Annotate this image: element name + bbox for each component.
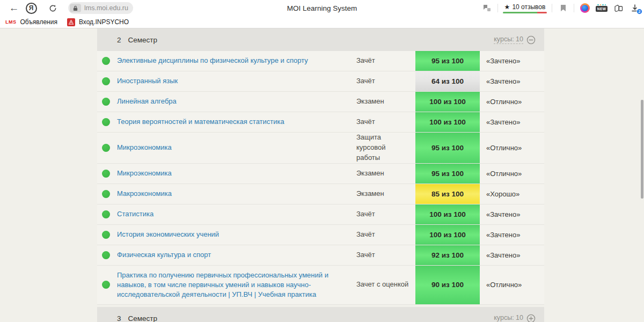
bookmark-item-announcements[interactable]: LMS Объявления <box>5 18 57 26</box>
course-name-cell: Физическая культура и спорт <box>117 245 356 265</box>
grade-cell: «Зачтено» <box>480 51 544 71</box>
status-cell <box>97 164 117 184</box>
ssl-lock-icon[interactable] <box>70 4 81 12</box>
status-dot-icon <box>102 251 110 259</box>
table-row: Практика по получению первичных професси… <box>97 266 544 305</box>
grade-cell: «Отлично» <box>480 133 544 163</box>
courses-count-label: курсы: 10 <box>494 35 523 44</box>
status-dot-icon <box>102 231 110 239</box>
status-dot-icon <box>102 77 110 85</box>
score-cell: 100 из 100 <box>415 112 480 132</box>
semester-3-header: 3 Семестр курсы: 10 <box>97 307 544 322</box>
star-icon: ★ <box>504 3 510 11</box>
course-link[interactable]: Теория вероятностей и математическая ста… <box>117 117 284 127</box>
grade-cell: «Зачтено» <box>480 71 544 91</box>
grade-cell: «Зачтено» <box>480 225 544 245</box>
lms-favicon: LMS <box>5 19 17 25</box>
grade-cell: «Отлично» <box>480 92 544 112</box>
downloads-button[interactable]: 2 <box>629 2 641 14</box>
status-dot-icon <box>102 98 110 106</box>
table-row: Микроэкономика Экзамен 95 из 100 «Отличн… <box>97 164 544 184</box>
status-cell <box>97 133 117 163</box>
assessment-type-cell: Защита курсовой работы <box>356 133 415 163</box>
semester-3-courses-toggle[interactable]: курсы: 10 <box>494 314 536 322</box>
assessment-type-cell: Экзамен <box>356 184 415 204</box>
table-row: Линейная алгебра Экзамен 100 из 100 «Отл… <box>97 92 544 112</box>
reviews-count-label: 10 отзывов <box>512 3 545 11</box>
course-link[interactable]: Статистика <box>117 209 153 219</box>
bookmark-label: Вход.INPSYCHO <box>79 18 129 26</box>
assessment-type-cell: Зачёт <box>356 51 415 71</box>
yandex-logo-icon[interactable]: Я <box>24 0 38 16</box>
semester-2-courses-toggle[interactable]: курсы: 10 <box>494 35 536 45</box>
course-link[interactable]: Микроэкономика <box>117 143 172 152</box>
status-dot-icon <box>102 118 110 126</box>
semester-title: Семестр <box>128 36 158 44</box>
table-row: Элективные дисциплины по физической куль… <box>97 51 544 71</box>
extension-browser-icon[interactable] <box>579 2 591 14</box>
course-name-cell: Микроэкономика <box>117 164 356 184</box>
bookmarks-bar: LMS Объявления Вход.INPSYCHO <box>0 16 644 28</box>
course-name-cell: Статистика <box>117 204 356 224</box>
toolbar-divider <box>497 4 498 12</box>
grade-cell: «Зачтено» <box>480 245 544 265</box>
address-bar[interactable]: lms.moi.edu.ru <box>68 2 133 14</box>
status-dot-icon <box>102 210 110 218</box>
course-name-cell: Макроэкономика <box>117 184 356 204</box>
vertical-scrollbar[interactable] <box>641 100 643 199</box>
course-link[interactable]: Элективные дисциплины по физической куль… <box>117 56 308 65</box>
extension-new-icon[interactable]: NEW <box>596 2 608 14</box>
browser-toolbar: MOI Learning System ← Я lms.moi.edu.ru <box>0 0 644 16</box>
back-button[interactable]: ← <box>6 0 21 16</box>
new-badge: NEW <box>596 6 608 12</box>
assessment-type-cell: Зачёт <box>356 225 415 245</box>
assessment-type-cell: Зачёт <box>356 112 415 132</box>
course-link[interactable]: Микроэкономика <box>117 169 172 178</box>
assessment-type-cell: Зачёт <box>356 71 415 91</box>
status-cell <box>97 112 117 132</box>
course-link[interactable]: Линейная алгебра <box>117 97 177 106</box>
table-row: Теория вероятностей и математическая ста… <box>97 112 544 133</box>
course-name-cell: Элективные дисциплины по физической куль… <box>117 51 356 71</box>
grade-cell: «Хорошо» <box>480 184 544 204</box>
course-link[interactable]: Иностранный язык <box>117 76 178 86</box>
semester-number: 2 <box>117 36 121 44</box>
score-cell: 95 из 100 <box>415 164 480 184</box>
status-cell <box>97 184 117 204</box>
course-link[interactable]: Физическая культура и спорт <box>117 250 211 260</box>
assessment-type-cell: Экзамен <box>356 164 415 184</box>
course-link[interactable]: История экономических учений <box>117 230 219 239</box>
courses-count-label: курсы: 10 <box>494 314 523 322</box>
expand-plus-icon[interactable] <box>526 314 536 322</box>
status-dot-icon <box>102 170 110 178</box>
table-row: Иностранный язык Зачёт 64 из 100 «Зачтен… <box>97 71 544 92</box>
site-permissions-icon[interactable] <box>481 2 493 14</box>
grade-cell: «Зачтено» <box>480 112 544 132</box>
table-row: История экономических учений Зачёт 100 и… <box>97 225 544 245</box>
score-cell: 90 из 100 <box>415 266 480 305</box>
score-cell: 100 из 100 <box>415 225 480 245</box>
status-cell <box>97 204 117 224</box>
rating-bar <box>503 12 547 13</box>
course-name-cell: Линейная алгебра <box>117 92 356 112</box>
collections-icon[interactable] <box>612 2 624 14</box>
refresh-button[interactable] <box>46 0 60 16</box>
downloads-count-badge: 2 <box>636 9 642 14</box>
score-cell: 100 из 100 <box>415 92 480 112</box>
status-dot-icon <box>102 190 110 198</box>
course-link[interactable]: Практика по получению первичных професси… <box>117 270 346 300</box>
assessment-type-cell: Зачёт <box>356 245 415 265</box>
refresh-icon <box>49 4 57 12</box>
bookmark-icon[interactable] <box>557 2 569 14</box>
collapse-minus-icon[interactable] <box>526 35 536 45</box>
status-cell <box>97 225 117 245</box>
score-cell: 95 из 100 <box>415 133 480 163</box>
site-reviews-button[interactable]: ★ 10 отзывов <box>503 3 547 13</box>
score-cell: 95 из 100 <box>415 51 480 71</box>
grade-cell: «Отлично» <box>480 164 544 184</box>
bookmark-item-inpsycho[interactable]: Вход.INPSYCHO <box>67 18 129 26</box>
status-dot-icon <box>102 144 110 152</box>
url-text: lms.moi.edu.ru <box>84 4 128 12</box>
course-link[interactable]: Макроэкономика <box>117 189 172 199</box>
status-cell <box>97 266 117 305</box>
